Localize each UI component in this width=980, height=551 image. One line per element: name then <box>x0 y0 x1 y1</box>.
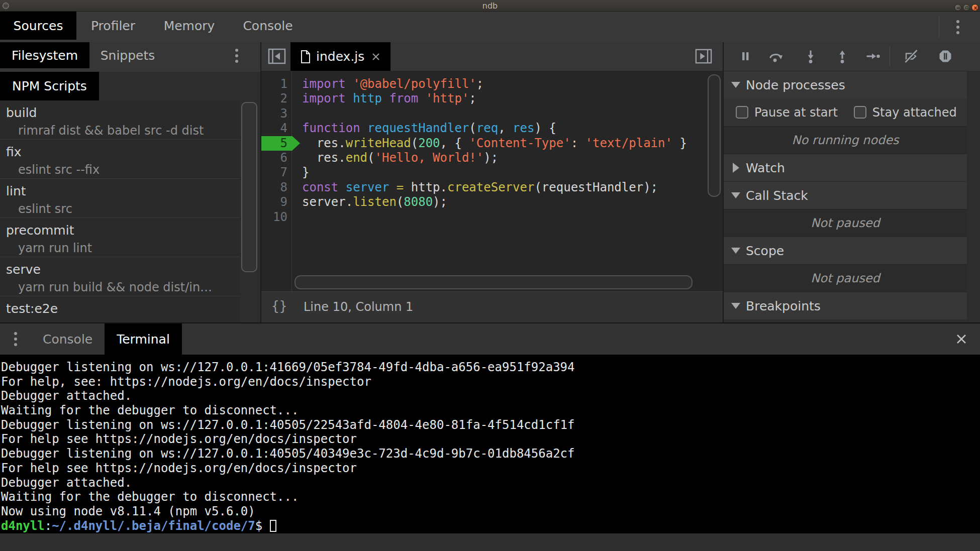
line-number[interactable]: 2 <box>261 91 291 106</box>
terminal-cursor[interactable] <box>270 520 276 532</box>
editor-statusbar: {} Line 10, Column 1 <box>261 291 723 322</box>
section-header-node-processes[interactable]: Node processes <box>724 71 967 98</box>
code-line[interactable]: const server = http.createServer(request… <box>302 180 707 195</box>
sidebar-scrollbar[interactable] <box>241 102 257 272</box>
code-line[interactable]: import http from 'http'; <box>302 91 707 106</box>
code-line[interactable] <box>302 210 707 225</box>
section-empty-message: Not paused <box>724 264 967 292</box>
script-item[interactable]: fixeslint src --fix <box>0 140 240 179</box>
code-line[interactable]: } <box>302 165 707 180</box>
section-header-breakpoints[interactable]: Breakpoints <box>724 292 967 319</box>
line-number[interactable]: 1 <box>261 77 291 91</box>
sidebar-tab-snippets[interactable]: Snippets <box>89 42 166 68</box>
line-number[interactable]: 3 <box>261 106 291 121</box>
step-over-icon[interactable] <box>768 49 783 64</box>
triangle-down-icon <box>731 248 740 254</box>
drawer-tab-bar: ConsoleTerminal <box>0 323 980 355</box>
tab-console[interactable]: Console <box>229 12 307 40</box>
terminal-line: Debugger attached. <box>1 389 980 403</box>
triangle-right-icon <box>733 163 739 173</box>
drawer-tab-console[interactable]: Console <box>43 323 92 355</box>
script-name: fix <box>0 140 240 159</box>
show-drawer-icon[interactable] <box>695 48 713 66</box>
tab-profiler[interactable]: Profiler <box>76 12 150 40</box>
ndb-devtools-window: ndb x SourcesProfilerMemoryConsole Files… <box>0 0 980 551</box>
empty-text: Not paused <box>811 271 879 285</box>
script-item[interactable]: linteslint src <box>0 179 240 218</box>
drawer-tab-terminal[interactable]: Terminal <box>105 323 182 355</box>
section-header-watch[interactable]: Watch <box>724 154 967 181</box>
script-item[interactable]: buildrimraf dist && babel src -d dist <box>0 100 240 140</box>
prompt-path: ~/.d4nyll/.beja/final/code/7 <box>52 519 255 533</box>
line-number[interactable]: 4 <box>261 121 291 136</box>
drawer-close-icon[interactable] <box>954 332 968 346</box>
code-line[interactable] <box>302 106 707 121</box>
toggle-navigator-icon[interactable] <box>268 47 286 65</box>
sources-sidebar: FilesystemSnippets NPM Scripts buildrimr… <box>0 42 261 322</box>
debugger-toolbar-separator <box>890 46 890 66</box>
line-number[interactable]: 9 <box>261 195 291 209</box>
editor-tab-indexjs[interactable]: index.js <box>290 42 390 71</box>
tab-sources[interactable]: Sources <box>0 12 76 40</box>
pause-on-exceptions-icon[interactable] <box>938 49 953 64</box>
step-out-icon[interactable] <box>835 49 850 64</box>
terminal-output[interactable]: Debugger listening on ws://127.0.0.1:416… <box>0 355 980 533</box>
terminal-line: Debugger attached. <box>1 476 980 490</box>
step-icon[interactable] <box>865 49 880 64</box>
maximize-button[interactable] <box>963 4 970 11</box>
code-line[interactable]: function requestHandler(req, res) { <box>302 121 707 136</box>
triangle-down-icon <box>731 192 740 198</box>
line-number[interactable]: 10 <box>261 210 291 225</box>
pause-icon[interactable] <box>738 49 753 64</box>
script-command: rimraf dist && babel src -d dist <box>0 120 240 138</box>
code-editor[interactable]: 12345678910 import '@babel/polyfill';imp… <box>261 71 723 291</box>
code-line[interactable]: res.writeHead(200, { 'Content-Type': 'te… <box>302 136 707 151</box>
script-command: yarn run build && node dist/in… <box>0 277 240 294</box>
line-number[interactable]: 7 <box>261 165 291 180</box>
main-tab-bar: SourcesProfilerMemoryConsole <box>0 12 980 42</box>
prompt-dollar: $ <box>255 519 270 533</box>
line-number[interactable]: 5 <box>261 136 291 151</box>
script-item[interactable]: serveyarn run build && node dist/in… <box>0 257 240 296</box>
section-header-call-stack[interactable]: Call Stack <box>724 181 967 209</box>
code-line[interactable]: import '@babel/polyfill'; <box>302 77 707 91</box>
checkbox-pause-at-start[interactable] <box>736 106 748 119</box>
checkbox-label[interactable]: Stay attached <box>872 105 957 120</box>
code-line[interactable]: res.end('Hello, World!'); <box>302 151 707 165</box>
line-number-gutter[interactable]: 12345678910 <box>261 77 291 225</box>
prompt-separator: : <box>45 519 52 533</box>
toolbar-separator <box>939 16 939 38</box>
terminal-prompt-line: d4nyll:~/.d4nyll/.beja/final/code/7$ <box>1 519 980 533</box>
pretty-print-icon[interactable]: {} <box>271 298 287 313</box>
editor-vertical-scrollbar[interactable] <box>708 74 721 197</box>
checkbox-label[interactable]: Pause at start <box>754 105 838 120</box>
script-item[interactable]: test:e2e <box>0 296 240 322</box>
window-title: ndb <box>0 1 980 11</box>
code-line[interactable]: server.listen(8080); <box>302 195 707 209</box>
terminal-line: Debugger listening on ws://127.0.0.1:405… <box>1 418 980 432</box>
section-empty-message: No running nodes <box>724 126 967 154</box>
debugger-toolbar <box>724 42 980 71</box>
section-header-scope[interactable]: Scope <box>724 237 967 264</box>
sidebar-tab-filesystem[interactable]: Filesystem <box>0 42 89 68</box>
minimize-button[interactable] <box>954 4 961 11</box>
line-number[interactable]: 8 <box>261 180 291 195</box>
deactivate-breakpoints-icon[interactable] <box>904 49 919 64</box>
window-titlebar: ndb x <box>0 0 980 12</box>
line-number[interactable]: 6 <box>261 151 291 165</box>
script-name: precommit <box>0 218 240 238</box>
npm-scripts-header[interactable]: NPM Scripts <box>0 72 99 100</box>
terminal-line: For help see https://nodejs.org/en/docs/… <box>1 432 980 447</box>
npm-script-list: buildrimraf dist && babel src -d distfix… <box>0 100 240 322</box>
editor-horizontal-scrollbar[interactable] <box>295 275 693 289</box>
tab-memory[interactable]: Memory <box>150 12 229 40</box>
tab-close-icon[interactable] <box>370 51 382 63</box>
triangle-down-icon <box>731 303 740 309</box>
terminal-line: Debugger listening on ws://127.0.0.1:405… <box>1 447 980 461</box>
script-item[interactable]: precommityarn run lint <box>0 218 240 257</box>
step-into-icon[interactable] <box>803 49 818 64</box>
checkbox-stay-attached[interactable] <box>854 106 866 119</box>
close-button[interactable]: x <box>971 4 978 11</box>
code-content[interactable]: import '@babel/polyfill';import http fro… <box>302 77 707 225</box>
section-label: Watch <box>746 161 785 175</box>
